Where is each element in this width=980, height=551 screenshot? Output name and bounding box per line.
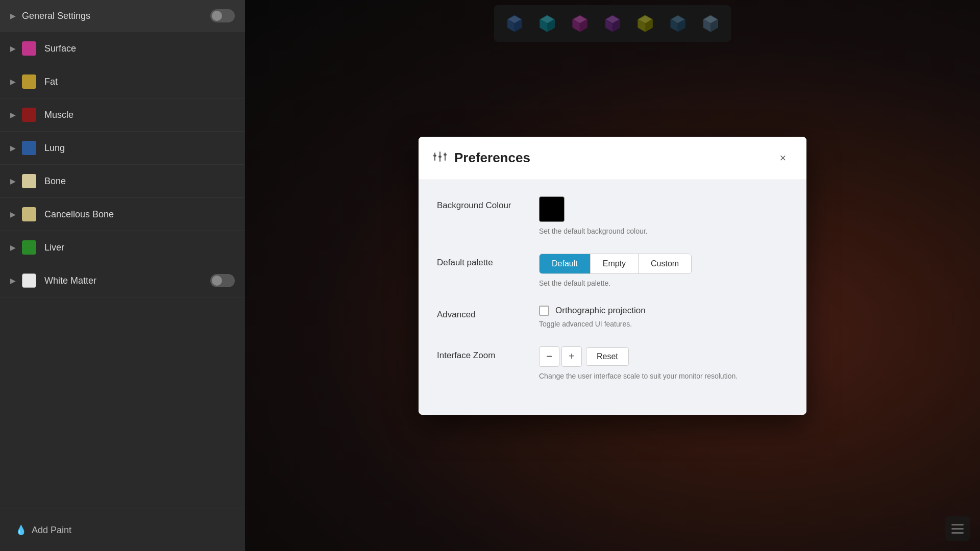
cancellous-bone-color-dot [22,207,36,221]
modal-header: Preferences × [419,137,806,180]
modal-overlay: Preferences × Background Colour Set the … [245,0,980,551]
sidebar-item-fat[interactable]: ▶ Fat [0,65,245,98]
sidebar-item-surface[interactable]: ▶ Surface [0,32,245,65]
modal-body: Background Colour Set the default backgr… [419,180,806,415]
sidebar-item-white-matter[interactable]: ▶ White Matter [0,264,245,297]
palette-btn-custom[interactable]: Custom [639,254,691,273]
chevron-right-icon: ▶ [10,243,16,252]
svg-rect-29 [433,155,436,157]
zoom-decrease-button[interactable]: − [539,346,559,367]
pref-control-advanced: Orthographic projection Toggle advanced … [539,306,788,328]
orthographic-checkbox-row: Orthographic projection [539,306,788,316]
palette-option-group: Default Empty Custom [539,254,692,274]
palette-btn-empty[interactable]: Empty [591,254,639,273]
chevron-right-icon: ▶ [10,210,16,218]
orthographic-checkbox[interactable] [539,306,549,316]
sidebar-label-bone: Bone [44,176,66,187]
sidebar-label-white-matter: White Matter [44,276,96,286]
background-colour-swatch[interactable] [539,196,565,222]
chevron-right-icon: ▶ [10,78,16,86]
add-paint-button[interactable]: 💧 Add Paint [10,519,235,541]
pref-row-advanced: Advanced Orthographic projection Toggle … [437,306,788,328]
sidebar-item-general-settings[interactable]: ▶ General Settings [0,0,245,32]
zoom-reset-button[interactable]: Reset [586,347,629,366]
sidebar-label-lung: Lung [44,143,65,154]
sidebar-item-muscle[interactable]: ▶ Muscle [0,98,245,132]
pref-label-background-colour: Background Colour [437,196,539,211]
sidebar-label-surface: Surface [44,43,76,54]
pref-label-advanced: Advanced [437,306,539,320]
pref-desc-background-colour: Set the default background colour. [539,227,788,235]
modal-title: Preferences [454,150,774,166]
pref-desc-interface-zoom: Change the user interface scale to suit … [539,372,788,380]
muscle-color-dot [22,108,36,122]
sidebar-label-general-settings: General Settings [22,11,90,21]
sidebar: ▶ General Settings ▶ Surface ▶ Fat ▶ Mus… [0,0,245,551]
pref-row-default-palette: Default palette Default Empty Custom Set… [437,254,788,287]
lung-color-dot [22,141,36,155]
chevron-right-icon: ▶ [10,177,16,185]
pref-desc-advanced: Toggle advanced UI features. [539,320,788,328]
white-matter-color-dot [22,273,36,288]
zoom-controls: − + Reset [539,346,788,367]
pref-label-default-palette: Default palette [437,254,539,268]
sidebar-item-liver[interactable]: ▶ Liver [0,231,245,264]
bone-color-dot [22,174,36,188]
surface-color-dot [22,41,36,56]
sidebar-label-cancellous-bone: Cancellous Bone [44,209,114,220]
preferences-modal: Preferences × Background Colour Set the … [419,137,806,415]
chevron-right-icon: ▶ [10,12,16,20]
pref-desc-default-palette: Set the default palette. [539,279,788,287]
sidebar-footer: 💧 Add Paint [0,509,245,551]
sidebar-label-muscle: Muscle [44,110,74,120]
svg-rect-31 [438,156,442,158]
droplet-icon: 💧 [15,524,27,536]
chevron-right-icon: ▶ [10,44,16,53]
main-content: Preferences × Background Colour Set the … [245,0,980,551]
fat-color-dot [22,74,36,89]
sidebar-label-fat: Fat [44,77,58,87]
chevron-right-icon: ▶ [10,111,16,119]
svg-rect-33 [444,154,447,156]
pref-row-interface-zoom: Interface Zoom − + Reset Change the user… [437,346,788,380]
pref-control-background-colour: Set the default background colour. [539,196,788,235]
white-matter-toggle[interactable] [210,274,235,287]
pref-row-background-colour: Background Colour Set the default backgr… [437,196,788,235]
zoom-increase-button[interactable]: + [561,346,582,367]
chevron-right-icon: ▶ [10,277,16,285]
pref-control-default-palette: Default Empty Custom Set the default pal… [539,254,788,287]
sidebar-item-bone[interactable]: ▶ Bone [0,165,245,198]
general-settings-toggle[interactable] [210,9,235,22]
pref-label-interface-zoom: Interface Zoom [437,346,539,361]
preferences-icon [433,149,447,167]
sidebar-item-lung[interactable]: ▶ Lung [0,132,245,165]
chevron-right-icon: ▶ [10,144,16,152]
modal-close-button[interactable]: × [774,149,792,167]
liver-color-dot [22,240,36,255]
pref-control-interface-zoom: − + Reset Change the user interface scal… [539,346,788,380]
sidebar-label-liver: Liver [44,242,64,253]
sidebar-item-cancellous-bone[interactable]: ▶ Cancellous Bone [0,198,245,231]
orthographic-label: Orthographic projection [555,306,646,316]
add-paint-label: Add Paint [32,525,71,536]
palette-btn-default[interactable]: Default [540,254,591,273]
